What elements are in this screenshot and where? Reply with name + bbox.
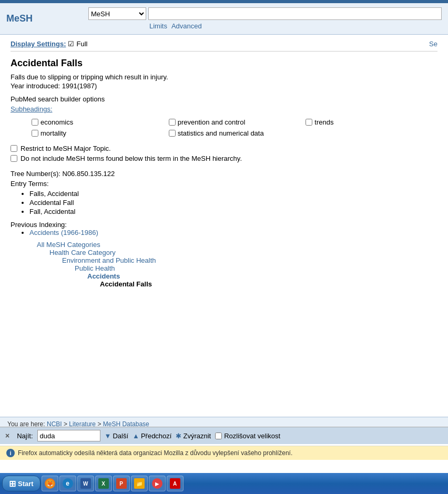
start-button[interactable]: ⊞ Start [2, 476, 40, 491]
do-not-include-row: Do not include MeSH terms found below th… [11, 155, 437, 162]
down-arrow-icon: ▼ [105, 432, 111, 440]
category-all-mesh: All MeSH Categories [37, 241, 100, 249]
taskbar-excel-icon[interactable]: X [95, 476, 112, 491]
accidents-link[interactable]: Accidents (1966-1986) [29, 229, 98, 236]
prevention-checkbox[interactable] [169, 119, 176, 126]
subheadings-grid: economics prevention and control trends … [32, 118, 437, 137]
subheading-prevention: prevention and control [169, 118, 301, 126]
search-links: Limits Advanced [88, 22, 442, 30]
display-settings-link[interactable]: Display Settings: [11, 40, 66, 48]
all-mesh-categories-link[interactable]: All MeSH Categories [37, 241, 100, 249]
windows-logo-icon: ⊞ [9, 479, 16, 489]
tree-number-row: Tree Number(s): N06.850.135.122 [11, 170, 437, 178]
taskbar-ie-icon[interactable]: e [59, 476, 76, 491]
display-settings-bar: Display Settings: ☑ Full Se [11, 40, 437, 52]
taskbar-firefox-icon[interactable]: 🦊 [42, 476, 58, 491]
up-arrow-icon: ▲ [133, 432, 139, 440]
trends-checkbox[interactable] [306, 119, 312, 126]
entry-term-item: Falls, Accidental [29, 190, 437, 198]
economics-checkbox[interactable] [32, 119, 38, 126]
category-accidents: Accidents [87, 272, 120, 280]
find-input[interactable] [37, 430, 100, 441]
restrict-major-row: Restrict to MeSH Major Topic. [11, 145, 437, 152]
limits-link[interactable]: Limits [149, 22, 167, 30]
find-label: Najít: [17, 432, 33, 440]
subheading-statistics: statistics and numerical data [169, 129, 301, 137]
taskbar-powerpoint-icon[interactable]: P [113, 476, 130, 491]
entry-term-item: Accidental Fall [29, 199, 437, 207]
entry-terms-list: Falls, Accidental Accidental Fall Fall, … [11, 190, 437, 215]
taskbar-media-icon[interactable]: ▶ [149, 476, 166, 491]
firefox-icon: 🦊 [47, 481, 53, 487]
acrobat-icon: A [173, 481, 177, 487]
mortality-checkbox[interactable] [32, 130, 38, 137]
app-title: MeSH [6, 13, 80, 24]
article-title: Accidental Falls [11, 58, 437, 69]
database-select[interactable]: MeSH [88, 7, 146, 20]
taskbar: ⊞ Start 🦊 e W X [0, 473, 448, 494]
entry-term-item: Fall, Accidental [29, 208, 437, 215]
subheading-mortality: mortality [32, 129, 164, 137]
prevention-label: prevention and control [178, 118, 246, 126]
info-icon: i [6, 449, 15, 457]
display-settings-mode: Full [76, 40, 87, 48]
excel-icon: X [101, 481, 105, 487]
star-icon: ✱ [176, 432, 181, 440]
do-not-include-checkbox[interactable] [11, 155, 17, 162]
display-settings-right: Se [429, 40, 437, 48]
mortality-label: mortality [40, 129, 66, 137]
article-description: Falls due to slipping or tripping which … [11, 73, 437, 81]
environment-public-health-link[interactable]: Environment and Public Health [62, 256, 156, 264]
do-not-include-label: Do not include MeSH terms found below th… [21, 155, 242, 162]
find-next-button[interactable]: ▼ Další [105, 432, 129, 440]
word-icon: W [83, 481, 88, 487]
category-health-care: Health Care Category [49, 249, 116, 256]
accidents-category-link[interactable]: Accidents [87, 272, 120, 280]
tree-number-value: N06.850.135.122 [63, 170, 115, 178]
highlight-button[interactable]: ✱ Zvýraznit [176, 432, 211, 440]
taskbar-explorer-icon[interactable]: 📁 [131, 476, 148, 491]
firefox-info-bar: i Firefox automaticky odesílá některá da… [0, 446, 448, 460]
options-section: Restrict to MeSH Major Topic. Do not inc… [11, 145, 437, 162]
previous-indexing-list: Accidents (1966-1986) [11, 229, 437, 236]
economics-label: economics [40, 118, 73, 126]
category-accidental-falls: Accidental Falls [100, 280, 152, 288]
entry-terms-label: Entry Terms: [11, 180, 437, 188]
health-care-category-link[interactable]: Health Care Category [49, 249, 116, 256]
powerpoint-icon: P [119, 481, 123, 487]
advanced-link[interactable]: Advanced [171, 22, 202, 30]
firefox-message: Firefox automaticky odesílá některá data… [18, 449, 292, 457]
display-settings-left: Display Settings: ☑ Full [11, 40, 87, 48]
header-area: MeSH MeSH Limits Advanced [0, 3, 448, 35]
explorer-icon: 📁 [136, 481, 142, 487]
previous-indexing-section: Previous Indexing: Accidents (1966-1986) [11, 221, 437, 236]
main-content: Display Settings: ☑ Full Se Accidental F… [0, 35, 448, 435]
statistics-label: statistics and numerical data [178, 129, 264, 137]
search-input[interactable] [148, 7, 442, 20]
statistics-checkbox[interactable] [169, 130, 176, 137]
restrict-major-checkbox[interactable] [11, 145, 17, 152]
category-hierarchy: All MeSH Categories Health Care Category… [11, 241, 437, 288]
find-close-button[interactable]: × [5, 431, 9, 440]
tree-number-label: Tree Number(s): [11, 170, 60, 178]
search-row: MeSH [88, 7, 442, 20]
subheading-economics: economics [32, 118, 164, 126]
find-toolbar: × Najít: ▼ Další ▲ Předchozí ✱ Zvýraznit… [0, 427, 448, 444]
pubmed-options-label: PubMed search builder options [11, 95, 437, 103]
public-health-link[interactable]: Public Health [75, 264, 115, 272]
category-public-health: Public Health [75, 264, 115, 272]
match-case-checkbox[interactable] [215, 433, 222, 439]
previous-indexing-item: Accidents (1966-1986) [29, 229, 437, 236]
year-introduced: Year introduced: 1991(1987) [11, 82, 437, 90]
restrict-major-label: Restrict to MeSH Major Topic. [21, 145, 111, 152]
find-prev-button[interactable]: ▲ Předchozí [133, 432, 171, 440]
send-link[interactable]: Se [429, 40, 437, 48]
ie-icon: e [66, 480, 69, 487]
accidental-falls-label: Accidental Falls [100, 280, 152, 288]
match-case-label: Rozlišovat velikost [215, 432, 280, 440]
subheadings-link[interactable]: Subheadings: [11, 105, 437, 113]
display-settings-icon: ☑ [68, 40, 74, 48]
category-environment-public-health: Environment and Public Health [62, 256, 156, 264]
taskbar-word-icon[interactable]: W [77, 476, 94, 491]
taskbar-acrobat-icon[interactable]: A [167, 476, 184, 491]
